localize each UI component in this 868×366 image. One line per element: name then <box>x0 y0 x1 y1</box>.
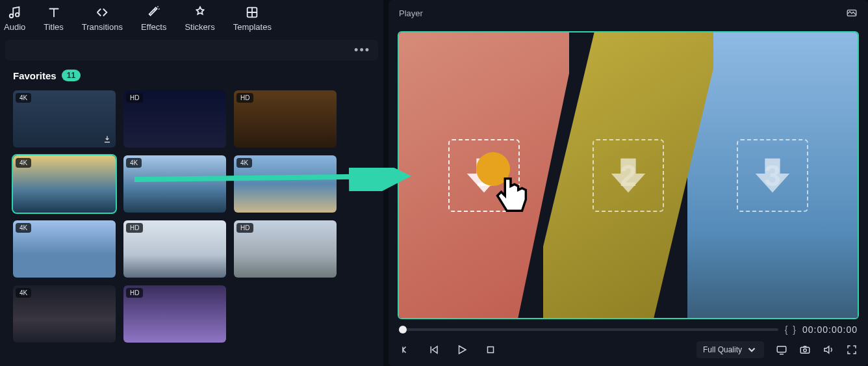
camera-icon[interactable] <box>799 344 811 356</box>
favorites-count-badge: 11 <box>62 70 81 81</box>
section-title-text: Favorites <box>13 70 57 81</box>
media-thumb[interactable]: 4K <box>13 155 116 213</box>
fullscreen-icon[interactable] <box>846 344 858 356</box>
transport-controls <box>399 344 496 356</box>
svg-rect-5 <box>488 347 494 353</box>
controls-row: Full Quality <box>389 337 868 366</box>
quality-badge: 4K <box>126 158 142 168</box>
quality-badge: HD <box>236 93 253 103</box>
template-slot-3[interactable]: 3 <box>687 33 858 318</box>
media-thumb[interactable]: 4K <box>234 155 337 213</box>
templates-tab[interactable]: Templates <box>233 5 272 32</box>
quality-badge: 4K <box>16 223 31 233</box>
quality-select[interactable]: Full Quality <box>696 341 764 358</box>
progress-track[interactable] <box>399 328 778 331</box>
quality-badge: 4K <box>236 158 252 168</box>
step-back-icon[interactable] <box>428 344 439 356</box>
media-thumb[interactable]: HD <box>123 285 226 343</box>
quality-badge: HD <box>126 288 143 298</box>
library-subbar: ••• <box>5 40 378 60</box>
snapshot-icon[interactable] <box>846 7 858 19</box>
media-thumb[interactable]: 4K <box>13 285 116 343</box>
music-note-icon <box>8 5 22 20</box>
media-library-panel: Audio Titles Transitions Effects Sticker… <box>0 0 383 366</box>
media-thumb[interactable]: 4K <box>123 155 226 213</box>
tab-label: Transitions <box>82 22 123 32</box>
text-icon <box>47 5 61 20</box>
drop-slot[interactable]: 1 <box>448 139 520 212</box>
stickers-tab[interactable]: Stickers <box>185 5 214 32</box>
sticker-icon <box>193 5 207 20</box>
download-icon[interactable] <box>103 135 112 144</box>
svg-rect-6 <box>777 346 786 352</box>
audio-tab[interactable]: Audio <box>4 5 25 32</box>
quality-badge: HD <box>126 93 143 103</box>
quality-badge: 4K <box>16 93 31 103</box>
wand-icon <box>147 5 161 20</box>
player-panel: Player 1 2 3 <box>389 0 868 366</box>
effects-tab[interactable]: Effects <box>141 5 167 32</box>
more-menu-icon[interactable]: ••• <box>354 44 370 57</box>
titles-tab[interactable]: Titles <box>44 5 64 32</box>
svg-point-0 <box>9 14 13 18</box>
player-header: Player <box>389 0 868 26</box>
tab-label: Templates <box>233 22 272 32</box>
preview-canvas[interactable]: 1 2 3 <box>399 33 858 318</box>
media-thumb[interactable]: HD <box>123 90 226 148</box>
media-thumb[interactable]: 4K <box>13 220 116 278</box>
quality-badge: 4K <box>16 288 31 298</box>
drop-slot[interactable]: 2 <box>593 139 664 212</box>
display-icon[interactable] <box>776 344 787 356</box>
stop-icon[interactable] <box>485 344 496 356</box>
play-icon[interactable] <box>456 344 468 356</box>
media-thumb[interactable]: HD <box>234 220 337 278</box>
chevron-down-icon <box>746 344 758 356</box>
svg-point-1 <box>16 13 19 16</box>
quality-badge: HD <box>126 223 143 233</box>
timecode: 00:00:00:00 <box>802 324 858 335</box>
tab-label: Titles <box>44 22 64 32</box>
svg-rect-7 <box>800 347 810 353</box>
slot-number: 3 <box>764 158 781 193</box>
slot-number: 2 <box>620 158 637 193</box>
progress-knob[interactable] <box>399 326 407 333</box>
media-thumb[interactable]: HD <box>234 90 337 148</box>
svg-point-8 <box>804 349 807 352</box>
drop-slot[interactable]: 3 <box>737 139 808 212</box>
tab-label: Effects <box>141 22 167 32</box>
prev-frame-icon[interactable] <box>399 344 411 356</box>
mark-in-out[interactable]: { } <box>785 324 796 335</box>
brace-open[interactable]: { <box>785 324 788 335</box>
brace-close[interactable]: } <box>793 324 796 335</box>
media-thumb[interactable]: HD <box>123 220 226 278</box>
quality-badge: 4K <box>16 158 31 168</box>
media-thumb[interactable]: 4K <box>13 90 116 148</box>
pointer-cursor-illustration <box>488 169 533 225</box>
volume-icon[interactable] <box>823 344 834 356</box>
player-title: Player <box>399 8 423 18</box>
quality-label: Full Quality <box>703 345 742 354</box>
thumbnails-grid: 4K HD HD 4K 4K 4K 4K HD HD 4K HD <box>0 85 383 348</box>
templates-icon <box>245 5 259 20</box>
top-toolbar: Audio Titles Transitions Effects Sticker… <box>0 3 383 37</box>
tab-label: Audio <box>4 22 25 32</box>
player-right-controls: Full Quality <box>696 341 858 358</box>
timeline-row: { } 00:00:00:00 <box>389 322 868 337</box>
quality-badge: HD <box>236 223 253 233</box>
transitions-icon <box>95 5 109 20</box>
transitions-tab[interactable]: Transitions <box>82 5 123 32</box>
tab-label: Stickers <box>185 22 214 32</box>
favorites-heading: Favorites 11 <box>0 63 383 85</box>
